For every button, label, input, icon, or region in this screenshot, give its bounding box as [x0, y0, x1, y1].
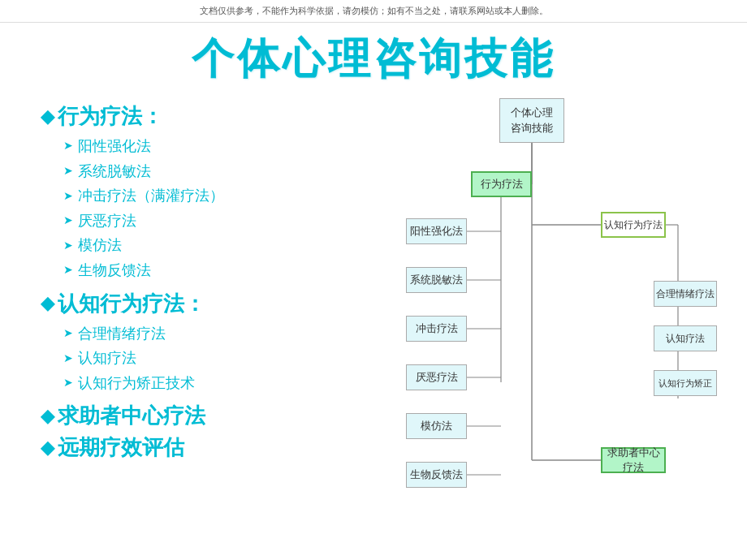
item-text: 系统脱敏法	[78, 159, 151, 184]
item-text: 合理情绪疗法	[78, 321, 166, 347]
diagram-helper: 求助者中心疗法	[601, 447, 666, 473]
list-item: ➤ 认知疗法	[63, 346, 374, 371]
item-text: 生物反馈法	[78, 258, 151, 283]
diamond-bullet-2: ◆	[41, 293, 54, 314]
diagram-systematic: 系统脱敏法	[406, 267, 467, 293]
diagram-rational: 合理情绪疗法	[654, 281, 717, 307]
category-title-longterm: ◆ 远期疗效评估	[41, 433, 374, 462]
list-item: ➤ 系统脱敏法	[63, 159, 374, 184]
diagram-biofeedback: 生物反馈法	[406, 462, 467, 488]
diamond-bullet-4: ◆	[41, 437, 54, 459]
diagram-cognitive-correction-label: 认知行为矫正	[658, 377, 712, 390]
arrow-icon: ➤	[63, 324, 73, 343]
category-longterm: ◆ 远期疗效评估	[41, 433, 374, 462]
notice-bar: 文档仅供参考，不能作为科学依据，请勿模仿；如有不当之处，请联系网站或本人删除。	[0, 0, 747, 23]
list-item: ➤ 阳性强化法	[63, 134, 374, 159]
list-item: ➤ 冲击疗法（满灌疗法）	[63, 183, 374, 209]
diamond-bullet-3: ◆	[41, 406, 54, 427]
sub-items-behavior: ➤ 阳性强化法 ➤ 系统脱敏法 ➤ 冲击疗法（满灌疗法） ➤ 厌恶疗法 ➤	[63, 134, 374, 283]
notice-text: 文档仅供参考，不能作为科学依据，请勿模仿；如有不当之处，请联系网站或本人删除。	[200, 6, 548, 15]
diamond-bullet-1: ◆	[41, 106, 54, 127]
arrow-icon: ➤	[63, 187, 73, 206]
diagram-flooding: 冲击疗法	[406, 316, 467, 342]
arrow-icon: ➤	[63, 211, 73, 230]
diagram-cognitive-behavior: 认知行为疗法	[601, 212, 666, 238]
diagram-modeling: 模仿法	[406, 413, 467, 439]
item-text: 厌恶疗法	[78, 209, 136, 234]
diagram-biofeedback-label: 生物反馈法	[410, 467, 463, 482]
diagram-cognitive-behavior-label: 认知行为疗法	[604, 218, 663, 232]
category-label-cognitive: 认知行为疗法：	[58, 290, 205, 318]
diagram-cognitive-correction: 认知行为矫正	[654, 370, 717, 396]
diagram-aversion-label: 厌恶疗法	[416, 370, 458, 385]
diagram: 个体心理咨询技能 行为疗法 阳性强化法 系统脱敏法 冲击疗法 厌恶疗法	[374, 98, 690, 528]
category-label-helper: 求助者中心疗法	[58, 402, 205, 430]
diagram-root: 个体心理咨询技能	[499, 98, 564, 143]
arrow-icon: ➤	[63, 236, 73, 256]
diagram-rational-label: 合理情绪疗法	[656, 287, 715, 301]
diagram-aversion: 厌恶疗法	[406, 364, 467, 390]
category-label-longterm: 远期疗效评估	[58, 433, 184, 462]
item-text: 阳性强化法	[78, 134, 151, 159]
arrow-icon: ➤	[63, 373, 73, 393]
diagram-positive-label: 阳性强化法	[410, 224, 463, 239]
category-title-helper: ◆ 求助者中心疗法	[41, 402, 374, 430]
arrow-icon: ➤	[63, 162, 73, 181]
category-title-behavior: ◆ 行为疗法：	[41, 102, 374, 131]
right-section: 个体心理咨询技能 行为疗法 阳性强化法 系统脱敏法 冲击疗法 厌恶疗法	[374, 94, 731, 528]
arrow-icon: ➤	[63, 261, 73, 280]
item-text: 模仿法	[78, 233, 122, 258]
list-item: ➤ 厌恶疗法	[63, 209, 374, 234]
diagram-systematic-label: 系统脱敏法	[410, 273, 463, 287]
diagram-cognitive: 认知疗法	[654, 325, 717, 351]
diagram-modeling-label: 模仿法	[421, 419, 452, 433]
list-item: ➤ 合理情绪疗法	[63, 321, 374, 347]
list-item: ➤ 生物反馈法	[63, 258, 374, 283]
page-title: 个体心理咨询技能	[0, 23, 747, 94]
diagram-helper-label: 求助者中心疗法	[602, 446, 664, 475]
category-title-cognitive: ◆ 认知行为疗法：	[41, 290, 374, 318]
diagram-flooding-label: 冲击疗法	[416, 321, 458, 336]
list-item: ➤ 认知行为矫正技术	[63, 371, 374, 396]
item-text: 认知行为矫正技术	[78, 371, 195, 396]
category-cognitive: ◆ 认知行为疗法： ➤ 合理情绪疗法 ➤ 认知疗法 ➤ 认知行为矫正技术	[41, 290, 374, 396]
list-item: ➤ 模仿法	[63, 233, 374, 258]
left-section: ◆ 行为疗法： ➤ 阳性强化法 ➤ 系统脱敏法 ➤ 冲击疗法（满灌疗法） ➤	[16, 94, 374, 528]
category-behavior: ◆ 行为疗法： ➤ 阳性强化法 ➤ 系统脱敏法 ➤ 冲击疗法（满灌疗法） ➤	[41, 102, 374, 283]
diagram-behavior-label: 行为疗法	[481, 177, 523, 192]
diagram-positive: 阳性强化法	[406, 218, 467, 244]
item-text: 冲击疗法（满灌疗法）	[78, 183, 224, 209]
category-label-behavior: 行为疗法：	[58, 102, 163, 131]
diagram-cognitive-label: 认知疗法	[666, 332, 705, 346]
content-area: ◆ 行为疗法： ➤ 阳性强化法 ➤ 系统脱敏法 ➤ 冲击疗法（满灌疗法） ➤	[0, 94, 747, 528]
arrow-icon: ➤	[63, 136, 73, 156]
sub-items-cognitive: ➤ 合理情绪疗法 ➤ 认知疗法 ➤ 认知行为矫正技术	[63, 321, 374, 396]
category-helper: ◆ 求助者中心疗法	[41, 402, 374, 430]
arrow-icon: ➤	[63, 349, 73, 368]
item-text: 认知疗法	[78, 346, 136, 371]
diagram-behavior: 行为疗法	[471, 171, 532, 197]
